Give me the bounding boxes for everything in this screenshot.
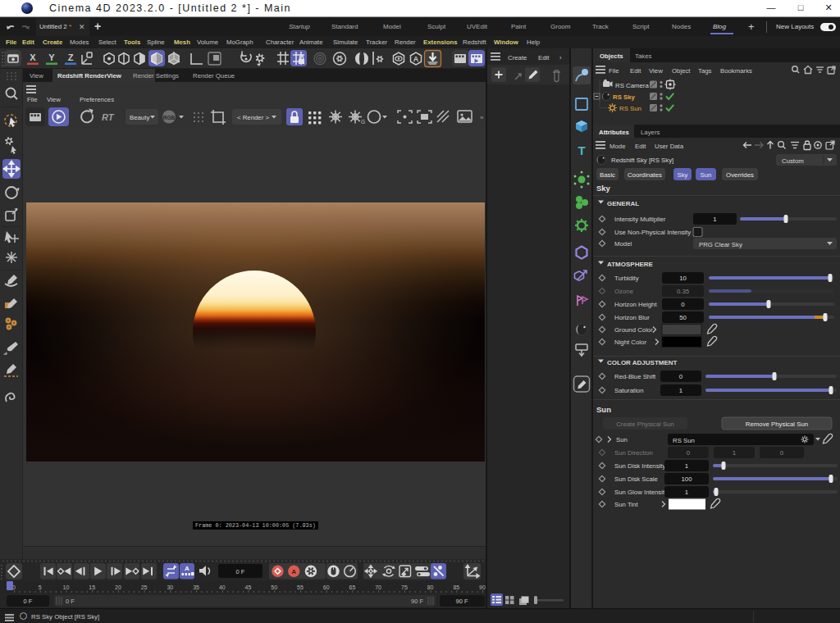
svg-text:1: 1: [713, 216, 716, 223]
svg-text:Edit: Edit: [635, 143, 646, 150]
svg-text:X: X: [30, 52, 36, 62]
svg-text:Coordinates: Coordinates: [628, 171, 662, 179]
svg-text:Y: Y: [48, 52, 55, 62]
svg-text:1: 1: [679, 387, 682, 394]
svg-text:50: 50: [679, 314, 687, 321]
svg-text:1: 1: [733, 449, 736, 457]
svg-text:Tags: Tags: [698, 67, 712, 75]
svg-text:90 F: 90 F: [455, 598, 468, 605]
svg-text:Sun Direction: Sun Direction: [614, 449, 653, 457]
svg-text:RGB: RGB: [163, 115, 176, 121]
svg-text:GENERAL: GENERAL: [607, 200, 639, 207]
svg-text:›: ›: [559, 54, 562, 61]
svg-text:A: A: [185, 565, 189, 572]
svg-text:Sun Glow Intensity: Sun Glow Intensity: [614, 489, 668, 496]
svg-text:T: T: [578, 143, 585, 157]
svg-text:G: G: [361, 119, 365, 125]
svg-text:25: 25: [141, 584, 148, 590]
svg-text:65: 65: [349, 584, 356, 590]
svg-text:70: 70: [375, 584, 381, 590]
svg-text:A: A: [291, 568, 296, 575]
svg-text:Saturation: Saturation: [614, 387, 644, 394]
svg-text:Sun Tint: Sun Tint: [614, 501, 638, 508]
svg-text:Sun: Sun: [616, 436, 628, 443]
svg-text:Ground Color: Ground Color: [614, 326, 653, 334]
svg-text:ATMOSPHERE: ATMOSPHERE: [607, 261, 654, 268]
svg-text:Model: Model: [614, 240, 632, 248]
svg-text:15: 15: [89, 584, 95, 590]
svg-text:Edit: Edit: [630, 67, 641, 75]
svg-text:35: 35: [193, 584, 199, 590]
svg-text:Z: Z: [68, 52, 74, 62]
svg-text:Ozone: Ozone: [614, 288, 633, 295]
svg-text:0: 0: [780, 449, 784, 457]
svg-text:Layers: Layers: [641, 129, 660, 136]
svg-text:Object: Object: [672, 67, 691, 75]
svg-text:60: 60: [323, 584, 330, 590]
svg-text:User Data: User Data: [655, 143, 684, 150]
svg-text:RS Sun: RS Sun: [673, 437, 695, 444]
svg-text:45: 45: [245, 584, 252, 590]
svg-text:PRG Clear Sky: PRG Clear Sky: [699, 241, 742, 248]
svg-text:File: File: [609, 67, 619, 75]
svg-text:Custom: Custom: [782, 157, 804, 165]
svg-text:< Render >: < Render >: [237, 114, 269, 121]
svg-text:0: 0: [687, 449, 691, 457]
svg-text:0 F: 0 F: [236, 568, 245, 575]
svg-text:0 F: 0 F: [66, 598, 75, 605]
svg-text:RT: RT: [102, 112, 115, 122]
svg-text:55: 55: [297, 584, 304, 590]
svg-text:Attributes: Attributes: [599, 129, 629, 136]
svg-text:1: 1: [685, 462, 688, 470]
svg-text:Mode: Mode: [609, 143, 626, 150]
svg-text:Sky: Sky: [678, 171, 688, 179]
svg-text:Sun: Sun: [701, 171, 712, 179]
svg-text:85: 85: [453, 584, 459, 590]
svg-text:Intensity Multiplier: Intensity Multiplier: [614, 216, 666, 223]
svg-text:Sun: Sun: [596, 405, 611, 414]
svg-text:Turbidity: Turbidity: [614, 275, 639, 282]
svg-text:80: 80: [427, 584, 434, 590]
svg-text:Redshift Sky [RS Sky]: Redshift Sky [RS Sky]: [611, 157, 673, 164]
svg-text:0.35: 0.35: [677, 288, 690, 295]
svg-text:0: 0: [681, 301, 685, 308]
svg-text:Create: Create: [508, 54, 527, 61]
svg-text:Night Color: Night Color: [614, 339, 646, 346]
svg-text:40: 40: [219, 584, 226, 590]
svg-text:Horizon Height: Horizon Height: [614, 301, 657, 308]
svg-text:10: 10: [63, 584, 70, 590]
svg-text:90 F: 90 F: [411, 598, 423, 605]
svg-text:View: View: [649, 67, 663, 75]
svg-text:100: 100: [681, 475, 692, 483]
svg-text:50: 50: [271, 584, 277, 590]
svg-text:RS Camera: RS Camera: [615, 82, 649, 89]
svg-text:0 F: 0 F: [24, 598, 33, 605]
svg-text:»: »: [480, 114, 484, 121]
svg-text:Sky: Sky: [596, 184, 611, 193]
svg-text:90: 90: [479, 584, 486, 590]
svg-text:Create Physical Sun: Create Physical Sun: [616, 421, 674, 428]
svg-text:Edit: Edit: [538, 54, 550, 61]
svg-text:Horizon Blur: Horizon Blur: [614, 314, 650, 321]
svg-text:Red-Blue Shift: Red-Blue Shift: [614, 373, 656, 380]
svg-text:RS Sun: RS Sun: [619, 105, 641, 112]
svg-text:A: A: [413, 55, 419, 63]
svg-text:1: 1: [685, 489, 688, 496]
svg-text:Takes: Takes: [635, 52, 651, 60]
svg-text:10: 10: [679, 275, 687, 282]
svg-text:75: 75: [401, 584, 408, 590]
svg-text:Remove Physical Sun: Remove Physical Sun: [746, 421, 808, 428]
svg-text:Bookmarks: Bookmarks: [720, 67, 752, 75]
svg-text:Objects: Objects: [600, 52, 623, 60]
svg-text:Sun Disk Intensity: Sun Disk Intensity: [614, 462, 666, 470]
svg-text:5: 5: [39, 584, 42, 590]
svg-text:RS Sky: RS Sky: [613, 93, 636, 101]
svg-text:Overrides: Overrides: [726, 171, 754, 179]
svg-text:0: 0: [679, 373, 683, 380]
svg-text:20: 20: [115, 584, 121, 590]
svg-text:Beauty: Beauty: [130, 114, 149, 121]
svg-text:Basic: Basic: [600, 171, 615, 179]
svg-text:Sun Disk Scale: Sun Disk Scale: [614, 475, 658, 483]
svg-text:30: 30: [167, 584, 173, 590]
svg-text:COLOR ADJUSTMENT: COLOR ADJUSTMENT: [607, 359, 678, 366]
